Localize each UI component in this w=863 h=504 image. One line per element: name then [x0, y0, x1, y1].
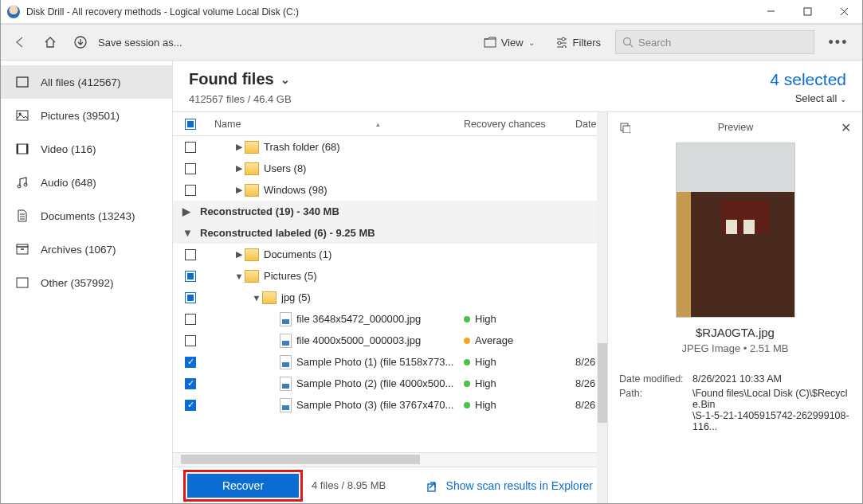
svg-point-9 — [558, 41, 561, 45]
sidebar-item-label: Audio (648) — [41, 177, 96, 189]
modified-label: Date modified: — [619, 373, 692, 385]
recover-button[interactable]: Recover — [187, 474, 299, 498]
sidebar-item-other[interactable]: Other (357992) — [1, 266, 172, 299]
row-checkbox[interactable] — [185, 314, 196, 325]
tree-file-row[interactable]: file 3648x5472_000000.jpg High — [173, 308, 607, 330]
row-checkbox[interactable] — [185, 335, 196, 346]
vertical-scrollbar[interactable] — [597, 112, 608, 503]
sidebar-item-pictures[interactable]: Pictures (39501) — [1, 99, 172, 132]
app-icon — [7, 6, 20, 18]
close-button[interactable] — [826, 0, 862, 24]
tree-file-row[interactable]: Sample Photo (2) (file 4000x500... High8… — [173, 373, 607, 394]
close-preview-button[interactable]: ✕ — [841, 120, 851, 135]
header-checkbox[interactable] — [173, 119, 208, 130]
row-checkbox[interactable] — [185, 249, 196, 260]
tree-file-row[interactable]: file 4000x5000_000003.jpg Average — [173, 330, 607, 351]
show-in-explorer-link[interactable]: Show scan results in Explorer — [427, 479, 593, 492]
documents-icon — [15, 209, 29, 222]
tree-folder-row[interactable]: ▶Users (8) — [173, 158, 607, 179]
tree-file-row[interactable]: Sample Photo (3) (file 3767x470... High8… — [173, 394, 607, 416]
tree-group-row[interactable]: ▶Reconstructed (19) - 340 MB — [173, 201, 607, 222]
sidebar-item-all-files[interactable]: All files (412567) — [1, 65, 172, 99]
scrollbar-thumb[interactable] — [181, 455, 420, 464]
scrollbar-thumb[interactable] — [598, 343, 607, 423]
horizontal-scrollbar[interactable]: ▶ — [173, 452, 607, 467]
sidebar-item-audio[interactable]: Audio (648) — [1, 166, 172, 199]
sidebar-item-archives[interactable]: Archives (1067) — [1, 232, 172, 266]
sidebar-item-label: All files (412567) — [41, 76, 121, 88]
row-label: file 3648x5472_000000.jpg — [296, 313, 421, 325]
filters-button[interactable]: Filters — [549, 30, 607, 54]
search-placeholder: Search — [638, 37, 671, 49]
sidebar-item-documents[interactable]: Documents (13243) — [1, 199, 172, 232]
save-session-label[interactable]: Save session as... — [98, 37, 182, 49]
maximize-button[interactable] — [789, 0, 826, 24]
svg-line-13 — [630, 45, 634, 48]
row-checkbox[interactable] — [185, 357, 196, 368]
sidebar-item-video[interactable]: Video (116) — [1, 132, 172, 166]
column-name[interactable]: Name▴ — [208, 119, 464, 130]
svg-rect-28 — [17, 278, 28, 287]
sidebar-item-label: Archives (1067) — [41, 244, 116, 256]
row-label: Trash folder (68) — [264, 141, 340, 153]
row-checkbox[interactable] — [185, 271, 196, 282]
view-label: View — [501, 37, 524, 49]
sidebar-item-label: Video (116) — [41, 143, 96, 155]
tree-folder-row[interactable]: ▼jpg (5) — [173, 287, 607, 308]
view-dropdown[interactable]: View ⌄ — [477, 30, 541, 54]
archives-icon — [15, 244, 29, 255]
found-files-title[interactable]: Found files ⌄ — [189, 70, 292, 88]
svg-rect-18 — [17, 144, 18, 154]
more-menu[interactable]: ••• — [822, 34, 854, 51]
search-input[interactable]: Search — [615, 30, 814, 54]
modified-value: 8/26/2021 10:33 AM — [692, 373, 851, 385]
pictures-icon — [15, 110, 29, 121]
tree-folder-row[interactable]: ▶Trash folder (68) — [173, 136, 607, 158]
svg-point-12 — [624, 38, 631, 45]
row-checkbox[interactable] — [185, 292, 196, 303]
column-recovery[interactable]: Recovery chances — [464, 119, 575, 130]
video-icon — [15, 143, 29, 154]
tree-folder-row[interactable]: ▶Documents (1) — [173, 244, 607, 265]
tree-file-row[interactable]: Sample Photo (1) (file 5158x773... High8… — [173, 351, 607, 373]
folder-icon — [245, 248, 259, 261]
column-headers: Name▴ Recovery chances Date — [173, 112, 607, 136]
sidebar-item-label: Documents (13243) — [41, 210, 135, 222]
minimize-button[interactable] — [752, 0, 789, 24]
other-icon — [15, 277, 29, 288]
back-button[interactable] — [9, 31, 31, 53]
svg-rect-29 — [428, 484, 435, 491]
selected-files-info: 4 files / 8.95 MB — [312, 479, 386, 491]
external-link-icon — [427, 479, 440, 492]
file-icon — [280, 355, 292, 369]
row-checkbox[interactable] — [185, 400, 196, 411]
popout-icon[interactable] — [619, 122, 630, 133]
row-checkbox[interactable] — [185, 142, 196, 153]
row-label: Sample Photo (3) (file 3767x470... — [296, 399, 453, 411]
path-label: Path: — [619, 388, 692, 432]
file-tree[interactable]: ▶Trash folder (68) ▶Users (8) ▶Windows (… — [173, 136, 607, 452]
file-icon — [280, 398, 292, 412]
svg-rect-15 — [17, 111, 28, 120]
tree-folder-row[interactable]: ▶Windows (98) — [173, 179, 607, 201]
tree-group-row[interactable]: ▼Reconstructed labeled (6) - 9.25 MB — [173, 222, 607, 244]
row-checkbox[interactable] — [185, 378, 196, 389]
folder-icon — [245, 162, 259, 175]
window-title: Disk Drill - All recovery methods - Logi… — [26, 6, 752, 18]
preview-image — [676, 143, 795, 318]
sidebar: All files (412567) Pictures (39501) Vide… — [1, 61, 173, 503]
row-label: file 4000x5000_000003.jpg — [296, 334, 421, 346]
select-all-button[interactable]: Select all ⌄ — [770, 92, 846, 104]
home-button[interactable] — [39, 31, 61, 53]
footer: Recover 4 files / 8.95 MB Show scan resu… — [173, 467, 607, 503]
row-label: Pictures (5) — [264, 270, 316, 282]
toolbar: Save session as... View ⌄ Filters Search… — [1, 24, 862, 61]
row-checkbox[interactable] — [185, 163, 196, 174]
save-session-icon[interactable] — [69, 31, 92, 53]
row-label: Windows (98) — [264, 184, 327, 196]
row-checkbox[interactable] — [185, 185, 196, 196]
audio-icon — [15, 176, 29, 189]
row-label: jpg (5) — [281, 291, 311, 303]
svg-rect-26 — [17, 244, 28, 247]
tree-folder-row[interactable]: ▼Pictures (5) — [173, 265, 607, 287]
